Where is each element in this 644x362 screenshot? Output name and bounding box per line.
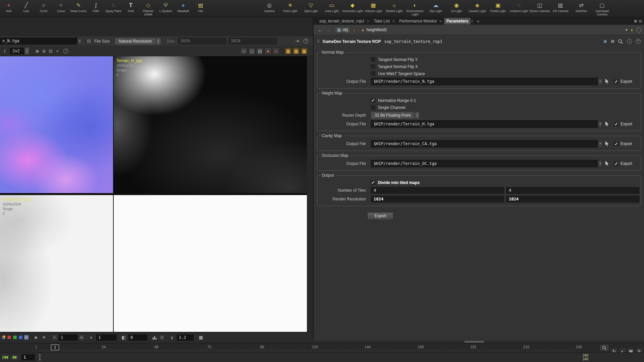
brightness-icon[interactable] — [41, 334, 47, 341]
gamma-field[interactable]: 2.2 — [177, 335, 194, 341]
histogram-icon[interactable] — [151, 334, 158, 341]
tab-sop-terrain-texture-rop1[interactable]: sop_terrain_texture_rop1 — [317, 18, 367, 24]
global-end[interactable]: 240 — [583, 357, 588, 361]
search-icon[interactable] — [618, 39, 623, 44]
current-frame-field[interactable]: 1 — [21, 354, 35, 360]
occlusion-export-checkbox[interactable] — [614, 162, 619, 166]
breadcrumb-heightfield1[interactable]: heightfield1 — [358, 26, 390, 33]
view-option-1-button[interactable] — [240, 48, 247, 54]
tile-layout-2-toggle[interactable] — [293, 48, 300, 54]
cavity-map-image[interactable]: Terrain_CA_tga 1024x1024 Single C — [0, 195, 113, 332]
shelf-tool-caustic-light[interactable]: Caustic Light — [467, 0, 488, 17]
tab-parameters[interactable]: Parameters — [444, 18, 471, 24]
raster-depth-spinner[interactable] — [415, 112, 419, 119]
contrast-field[interactable]: 1 — [96, 335, 116, 341]
pan-icon[interactable] — [54, 48, 61, 54]
shelf-tool-environment-light[interactable]: Environment Light — [405, 0, 425, 17]
exposure-plus-button[interactable] — [79, 335, 84, 340]
shelf-tool-gi-light[interactable]: GI Light — [446, 0, 467, 17]
mikkt-checkbox[interactable] — [371, 71, 375, 76]
normalize-range-checkbox[interactable] — [371, 98, 375, 103]
height-map-image[interactable]: Terrain_H_tga 1024x1024 Single C — [114, 56, 307, 193]
timeline-ruler[interactable]: 1 24 48 72 96 120 144 168 192 216 240 1 — [0, 343, 644, 352]
exposure-minus-button[interactable] — [52, 335, 57, 340]
shelf-tool-font[interactable]: Font — [122, 0, 140, 17]
breadcrumb-obj[interactable]: obj — [334, 26, 351, 33]
viewer-canvas[interactable]: Terrain_H_tga 1024x1024 Single C Terrain… — [0, 56, 307, 332]
viewer-filename-field[interactable]: n_N.tga — [0, 38, 77, 45]
tangent-flip-y-checkbox[interactable] — [371, 57, 375, 62]
channel-rgba-icon[interactable] — [1, 335, 6, 340]
node-name-field[interactable]: sop_terrain_texture_rop1 — [384, 39, 442, 44]
exposure-field[interactable]: 1 — [59, 335, 77, 341]
radial-menu-icon[interactable] — [636, 27, 641, 33]
size-height-field[interactable]: 1024 — [228, 38, 277, 45]
tiles-y-field[interactable]: 4 — [506, 187, 639, 194]
resolution-y-field[interactable]: 1024 — [506, 196, 639, 202]
shelf-tool-ambient-light[interactable]: Ambient Light — [508, 0, 529, 17]
help-icon[interactable] — [303, 39, 308, 44]
tab-close-icon[interactable]: × — [439, 19, 441, 23]
cavity-export-checkbox[interactable] — [614, 142, 619, 146]
split-pane-icon[interactable] — [634, 19, 637, 23]
raster-depth-select[interactable]: 32 Bit Floating Point — [371, 112, 414, 119]
pick-file-icon[interactable] — [604, 121, 610, 127]
pick-file-icon[interactable] — [604, 78, 610, 84]
shelf-tool-volume-light[interactable]: Volume Light — [363, 0, 384, 17]
timeline-zoom-button[interactable] — [600, 344, 609, 351]
shelf-tool-sky-light[interactable]: Sky Light — [425, 0, 446, 17]
zoom-in-icon[interactable] — [34, 48, 41, 54]
shelf-tool-portal-light[interactable]: Portal Light — [488, 0, 508, 17]
shelf-tool-distant-light[interactable]: Distant Light — [384, 0, 405, 17]
maximize-pane-icon[interactable] — [639, 19, 642, 23]
shelf-tool-draw-curve[interactable]: Draw Curve — [70, 0, 87, 17]
pixel-grid-icon[interactable] — [198, 334, 204, 341]
follow-selection-icon[interactable] — [631, 27, 633, 32]
current-frame-marker[interactable]: 1 — [51, 345, 59, 350]
shelf-tool-line[interactable]: Line — [17, 0, 35, 17]
layout-spinner[interactable] — [25, 48, 29, 54]
lut-dropdown-button[interactable] — [159, 335, 165, 340]
flipbook-icon[interactable] — [273, 48, 279, 54]
channel-alpha-icon[interactable] — [24, 335, 29, 340]
shelf-tool-file[interactable]: File — [192, 0, 209, 17]
new-tab-button[interactable]: + — [477, 19, 480, 24]
fan-icon[interactable] — [603, 39, 607, 44]
shelf-tool-metaball[interactable]: Metaball — [174, 0, 192, 17]
shelf-tool-switcher[interactable]: Switcher — [571, 0, 592, 17]
occlusion-output-menu-button[interactable] — [598, 160, 603, 167]
export-button[interactable]: Export — [367, 212, 393, 220]
shelf-tool-camera[interactable]: Camera — [259, 0, 280, 17]
shelf-tool-geometry-light[interactable]: Geometry Light — [342, 0, 363, 17]
layout-field[interactable]: 2x2 — [10, 48, 24, 54]
size-width-field[interactable]: 1024 — [178, 38, 226, 45]
single-channel-checkbox[interactable] — [371, 105, 375, 110]
drag-handle-icon[interactable] — [317, 40, 320, 44]
height-output-file-field[interactable]: $HIP/render/Terrain_H.tga — [371, 120, 598, 128]
shelf-tool-platonic-solids[interactable]: Platonic Solids — [140, 0, 157, 17]
shelf-tool-null[interactable]: Null — [0, 0, 17, 17]
shelf-tool-l-system[interactable]: L-System — [157, 0, 174, 17]
height-export-checkbox[interactable] — [614, 122, 619, 126]
divide-tiles-checkbox[interactable] — [371, 180, 375, 185]
occlusion-output-file-field[interactable]: $HIP/render/Terrain_OC.tga — [371, 160, 598, 167]
render-view-icon[interactable] — [265, 48, 271, 54]
shelf-tool-stereo-camera[interactable]: Stereo Camera — [529, 0, 550, 17]
play-forward-button[interactable] — [10, 354, 18, 360]
pick-file-icon[interactable] — [604, 161, 610, 167]
channel-red-icon[interactable] — [7, 335, 11, 340]
path-dropdown-icon[interactable] — [626, 28, 628, 32]
shelf-tool-area-light[interactable]: Area Light — [321, 0, 342, 17]
channel-blue-icon[interactable] — [18, 335, 23, 340]
zoom-out-icon[interactable] — [41, 48, 47, 54]
occlusion-map-image[interactable] — [114, 195, 307, 332]
range-start[interactable]: 1 — [39, 354, 41, 357]
resolution-mode-spinner[interactable] — [156, 38, 161, 45]
height-output-menu-button[interactable] — [598, 121, 603, 128]
pick-file-icon[interactable] — [604, 141, 610, 147]
shelf-tool-spot-light[interactable]: Spot Light — [301, 0, 321, 17]
view-option-3-button[interactable] — [257, 48, 263, 54]
info-icon[interactable] — [627, 39, 632, 44]
parameters-horizontal-scrollbar[interactable] — [314, 341, 644, 343]
frame-all-icon[interactable] — [47, 48, 54, 54]
